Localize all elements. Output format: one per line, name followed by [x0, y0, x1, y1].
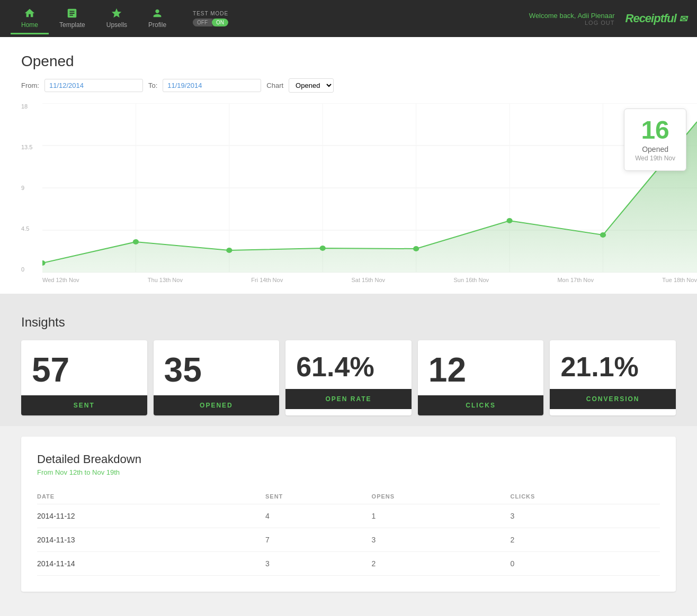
to-date-input[interactable] — [163, 79, 261, 92]
insight-card-open-rate: 61.4% OPEN RATE — [285, 340, 412, 415]
template-icon — [66, 7, 78, 19]
insight-value-opened: 35 — [154, 340, 280, 395]
chart-point-4 — [413, 246, 419, 251]
x-label-fri14: Fri 14th Nov — [251, 277, 283, 283]
insight-card-clicks: 12 CLICKS — [418, 340, 544, 415]
nav-item-profile[interactable]: Profile — [138, 3, 177, 34]
insight-value-clicks: 12 — [418, 340, 544, 395]
cell-sent-0: 4 — [265, 504, 372, 528]
nav-item-home[interactable]: Home — [11, 3, 49, 34]
insights-section: Insights 57 SENT 35 OPENED 61.4% OPEN RA… — [0, 294, 697, 426]
y-axis-18: 18 — [21, 103, 32, 110]
table-row: 2014-11-12 4 1 3 — [37, 504, 660, 528]
chart-point-6 — [600, 232, 606, 238]
insights-cards: 57 SENT 35 OPENED 61.4% OPEN RATE 12 CLI… — [21, 340, 676, 415]
table-row: 2014-11-13 7 3 2 — [37, 528, 660, 552]
test-mode-toggle: TEST MODE OFF ON — [182, 11, 239, 26]
insight-footer-clicks: CLICKS — [418, 395, 544, 415]
x-label-wed12: Wed 12th Nov — [42, 277, 79, 283]
nav-template-label: Template — [59, 21, 85, 29]
table-row: 2014-11-14 3 2 0 — [37, 552, 660, 576]
insight-card-conversion: 21.1% CONVERSION — [550, 340, 676, 415]
chart-title: Opened — [21, 53, 676, 70]
insight-value-sent: 57 — [21, 340, 147, 395]
cell-clicks-2: 0 — [510, 552, 660, 576]
toggle-off-label: OFF — [193, 19, 212, 26]
chart-svg — [42, 103, 697, 273]
chart-point-3 — [320, 246, 326, 251]
upsells-icon — [111, 7, 122, 19]
toggle-switch[interactable]: OFF ON — [193, 19, 228, 26]
nav-upsells-label: Upsells — [106, 21, 127, 29]
toggle-on-label: ON — [212, 19, 228, 26]
chart-controls: From: To: Chart Opened Clicks Sent — [21, 78, 676, 93]
nav-profile-label: Profile — [148, 21, 166, 29]
insights-title: Insights — [21, 315, 676, 330]
cell-clicks-0: 3 — [510, 504, 660, 528]
col-sent: SENT — [265, 489, 372, 504]
insight-footer-sent: SENT — [21, 395, 147, 415]
x-label-sat15: Sat 15th Nov — [352, 277, 386, 283]
cell-sent-1: 7 — [265, 528, 372, 552]
chart-fill — [42, 122, 697, 273]
logo-icon: ✉ — [679, 14, 686, 24]
chart-type-label: Chart — [266, 81, 283, 89]
username: Adii Pienaar — [577, 12, 614, 20]
tooltip-value: 16 — [635, 117, 675, 143]
from-label: From: — [21, 81, 39, 89]
chart-point-5 — [506, 218, 512, 223]
y-axis-45: 4.5 — [21, 225, 32, 232]
welcome-text: Welcome back, — [529, 12, 576, 20]
breakdown-header-row: DATE SENT OPENS CLICKS — [37, 489, 660, 504]
nav-item-template[interactable]: Template — [49, 3, 96, 34]
insight-footer-opened: OPENED — [154, 395, 280, 415]
chart-wrapper: 18 13.5 9 4.5 0 — [0, 103, 697, 294]
nav-items: Home Template Upsells Profile TEST MODE … — [11, 3, 239, 34]
breakdown-tbody: 2014-11-12 4 1 3 2014-11-13 7 3 2 2014-1… — [37, 504, 660, 576]
breakdown-thead: DATE SENT OPENS CLICKS — [37, 489, 660, 504]
breakdown-subtitle: From Nov 12th to Nov 19th — [37, 468, 660, 476]
chart-tooltip: 16 Opened Wed 19th Nov — [624, 108, 686, 171]
chart-y-axis: 18 13.5 9 4.5 0 — [21, 103, 32, 273]
chart-area — [42, 103, 697, 273]
insight-card-opened: 35 OPENED — [154, 340, 280, 415]
logout-link[interactable]: LOG OUT — [529, 20, 615, 26]
tooltip-date: Wed 19th Nov — [635, 155, 675, 162]
cell-opens-1: 3 — [372, 528, 511, 552]
to-label: To: — [148, 81, 157, 89]
chart-section: Opened From: To: Chart Opened Clicks Sen… — [0, 37, 697, 294]
chart-point-2 — [226, 248, 232, 253]
navbar: Home Template Upsells Profile TEST MODE … — [0, 0, 697, 37]
breakdown-title: Detailed Breakdown — [37, 452, 660, 466]
logo-text: Receiptful — [625, 12, 676, 25]
nav-item-upsells[interactable]: Upsells — [96, 3, 138, 34]
col-date: DATE — [37, 489, 265, 504]
tooltip-label: Opened — [635, 145, 675, 153]
cell-sent-2: 3 — [265, 552, 372, 576]
profile-icon — [151, 7, 163, 19]
x-label-thu13: Thu 13th Nov — [148, 277, 183, 283]
y-axis-135: 13.5 — [21, 144, 32, 150]
y-axis-9: 9 — [21, 185, 32, 191]
cell-opens-0: 1 — [372, 504, 511, 528]
breakdown-section: Detailed Breakdown From Nov 12th to Nov … — [21, 437, 676, 592]
insight-footer-open-rate: OPEN RATE — [285, 389, 412, 409]
welcome-area: Welcome back, Adii Pienaar LOG OUT — [529, 12, 615, 26]
cell-opens-2: 2 — [372, 552, 511, 576]
breakdown-table: DATE SENT OPENS CLICKS 2014-11-12 4 1 3 … — [37, 489, 660, 576]
chart-point-1 — [133, 239, 139, 244]
cell-clicks-1: 2 — [510, 528, 660, 552]
insight-footer-conversion: CONVERSION — [550, 389, 676, 409]
y-axis-0: 0 — [21, 266, 32, 273]
chart-type-select[interactable]: Opened Clicks Sent — [289, 78, 334, 93]
logo: Receiptful ✉ — [625, 12, 686, 25]
cell-date-0: 2014-11-12 — [37, 504, 265, 528]
col-opens: OPENS — [372, 489, 511, 504]
cell-date-2: 2014-11-14 — [37, 552, 265, 576]
from-date-input[interactable] — [44, 79, 143, 92]
test-mode-label: TEST MODE — [193, 11, 228, 16]
x-label-mon17: Mon 17th Nov — [557, 277, 593, 283]
nav-home-label: Home — [21, 21, 38, 29]
x-label-sun16: Sun 16th Nov — [453, 277, 489, 283]
x-label-tue18: Tue 18th Nov — [662, 277, 697, 283]
